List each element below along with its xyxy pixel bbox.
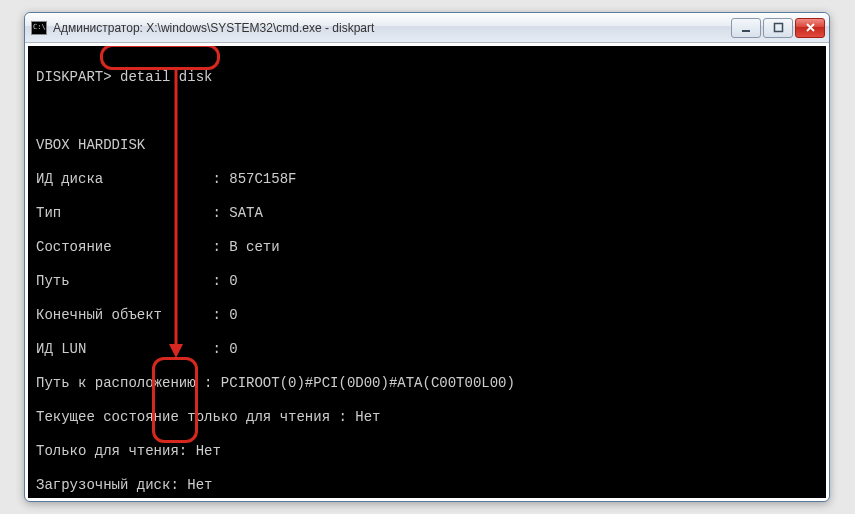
field-value: PCIROOT(0)#PCI(0D00)#ATA(C00T00L00) [221, 375, 515, 391]
titlebar[interactable]: Администратор: X:\windows\SYSTEM32\cmd.e… [25, 13, 829, 43]
field-value: 0 [229, 307, 237, 323]
field-value: SATA [229, 205, 263, 221]
field-label: ИД диска : [36, 171, 229, 187]
field-value: Нет [355, 409, 380, 425]
field-label: Путь к расположению : [36, 375, 221, 391]
field-label: Тип : [36, 205, 229, 221]
field-label: Текущее состояние только для чтения : [36, 409, 355, 425]
svg-rect-0 [742, 30, 750, 32]
field-value: Нет [196, 443, 221, 459]
cmd-icon [31, 21, 47, 35]
command-input: detail disk [120, 69, 212, 85]
field-label: Загрузочный диск: [36, 477, 187, 493]
prompt: DISKPART> [36, 69, 112, 85]
field-value: 857C158F [229, 171, 296, 187]
window-title: Администратор: X:\windows\SYSTEM32\cmd.e… [53, 21, 731, 35]
annotation-name-column-highlight [152, 357, 198, 443]
svg-rect-1 [774, 24, 782, 32]
field-value: 0 [229, 341, 237, 357]
close-button[interactable] [795, 18, 825, 38]
field-value: 0 [229, 273, 237, 289]
field-label: Только для чтения: [36, 443, 196, 459]
cmd-window: Администратор: X:\windows\SYSTEM32\cmd.e… [24, 12, 830, 502]
field-label: ИД LUN : [36, 341, 229, 357]
minimize-button[interactable] [731, 18, 761, 38]
field-label: Путь : [36, 273, 229, 289]
annotation-command-highlight [100, 46, 220, 70]
field-value: Нет [187, 477, 212, 493]
field-value: В сети [229, 239, 279, 255]
terminal-output[interactable]: DISKPART> detail disk VBOX HARDDISK ИД д… [28, 46, 826, 498]
maximize-button[interactable] [763, 18, 793, 38]
window-buttons [731, 18, 825, 38]
field-label: Конечный объект : [36, 307, 229, 323]
field-label: Состояние : [36, 239, 229, 255]
disk-model: VBOX HARDDISK [36, 137, 818, 154]
